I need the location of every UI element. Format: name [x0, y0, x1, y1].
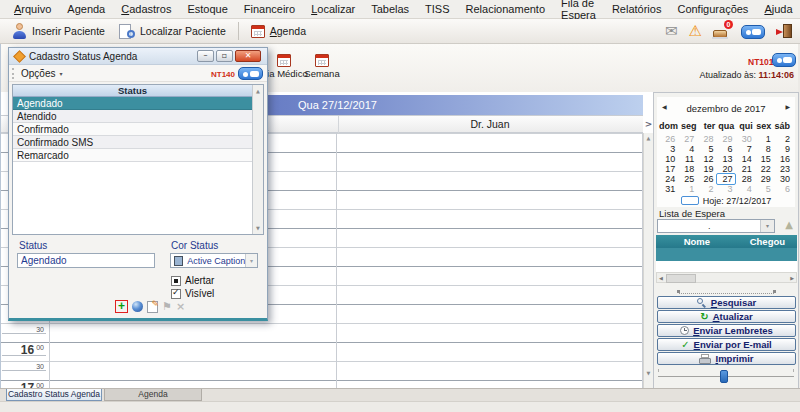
column-header-doctor[interactable]: Dr. Juan [337, 116, 643, 133]
calendar-day[interactable]: 16 [774, 154, 793, 164]
scroll-left-icon[interactable]: ◀ [659, 275, 663, 281]
calendar-day[interactable]: 13 [716, 154, 735, 164]
status-row-confirmado-sms[interactable]: Confirmado SMS [13, 136, 252, 149]
column-nome[interactable]: Nome [656, 235, 738, 248]
search-button[interactable]: Pesquisar [657, 296, 796, 309]
visible-checkbox[interactable]: ✓ [171, 289, 181, 299]
menu-cadastros[interactable]: Cadastros [113, 1, 179, 17]
calendar-day[interactable]: 7 [736, 144, 755, 154]
calendar-day[interactable]: 6 [716, 144, 735, 154]
scroll-down-icon[interactable]: ▼ [253, 225, 263, 231]
slider-thumb[interactable] [720, 370, 728, 383]
calendar-day[interactable]: 26 [659, 134, 678, 144]
maximize-button[interactable]: ▫ [216, 50, 233, 62]
menu-tiss[interactable]: TISS [417, 1, 457, 17]
scroll-up-icon[interactable]: ▲ [644, 135, 653, 141]
print-button[interactable]: Imprimir [657, 352, 796, 365]
calendar-day[interactable]: 30 [774, 174, 793, 184]
menu-relatorios[interactable]: Relatórios [604, 1, 670, 17]
edit-button[interactable]: ✎ [147, 301, 158, 313]
calendar-day[interactable]: 5 [697, 144, 716, 154]
calendar-day[interactable]: 8 [755, 144, 774, 154]
calendar-day[interactable]: 30 [736, 134, 755, 144]
calendar-day[interactable]: 26 [697, 174, 716, 184]
menu-agenda[interactable]: Agenda [59, 1, 113, 17]
calendar-day[interactable]: 4 [736, 184, 755, 194]
opcoes-menu[interactable]: Opções [21, 68, 55, 79]
delete-button-disabled[interactable]: × [176, 301, 185, 313]
minimize-button[interactable]: – [197, 50, 214, 62]
status-row-agendado[interactable]: Agendado [13, 97, 252, 110]
birthday-icon[interactable]: 0 [713, 24, 730, 39]
email-icon[interactable]: ✉ [665, 24, 678, 39]
insert-patient-button[interactable]: Inserir Paciente [5, 21, 112, 41]
add-button[interactable]: + [115, 300, 128, 313]
column-chegou[interactable]: Chegou [738, 235, 797, 248]
status-list-scrollbar[interactable]: ▲ ▼ [252, 85, 263, 234]
status-list-header[interactable]: Status [13, 85, 252, 97]
waitlist-combo[interactable]: . ▾ [657, 219, 775, 233]
calendar-day[interactable]: 24 [659, 174, 678, 184]
exit-icon[interactable] [776, 24, 792, 39]
chat-icon[interactable] [741, 25, 765, 39]
calendar-day[interactable]: 3 [716, 184, 735, 194]
calendar-day[interactable]: 2 [774, 134, 793, 144]
chat-icon[interactable] [772, 53, 796, 67]
chevron-down-icon[interactable]: ▾ [59, 70, 62, 77]
dialog-title-bar[interactable]: Cadastro Status Agenda – ▫ ✕ [9, 48, 267, 65]
agenda-button[interactable]: Agenda [244, 23, 313, 40]
calendar-day[interactable]: 2 [697, 184, 716, 194]
menu-relacionamento[interactable]: Relacionamento [458, 1, 554, 17]
menu-ajuda[interactable]: Ajuda [756, 1, 800, 17]
menu-configuracoes[interactable]: Configurações [669, 1, 756, 17]
scroll-right-icon[interactable]: ▶ [790, 275, 794, 281]
status-row-atendido[interactable]: Atendido [13, 110, 252, 123]
agenda-vertical-scrollbar[interactable]: ▲ ▼ [643, 133, 653, 388]
close-button[interactable]: ✕ [235, 50, 261, 62]
calendar-day[interactable]: 23 [774, 164, 793, 174]
calendar-day[interactable]: 14 [736, 154, 755, 164]
refresh-button[interactable]: ↻ Atualizar [657, 310, 796, 323]
calendar-day[interactable]: 3 [659, 144, 678, 154]
agenda-nav-semana[interactable]: Semana [301, 54, 343, 79]
chevron-down-icon[interactable]: ▾ [760, 220, 774, 232]
calendar-day[interactable]: 28 [697, 134, 716, 144]
calendar-day[interactable]: 6 [774, 184, 793, 194]
panel-splitter[interactable] [679, 289, 774, 294]
calendar-day[interactable]: 1 [678, 184, 697, 194]
color-status-combo[interactable]: Active Caption ▾ [170, 253, 258, 268]
palette-icon[interactable] [132, 301, 143, 312]
menu-localizar[interactable]: Localizar [303, 1, 363, 17]
menu-estoque[interactable]: Estoque [179, 1, 235, 17]
calendar-day[interactable]: 29 [755, 174, 774, 184]
waitlist-selected-row[interactable] [656, 248, 797, 261]
calendar-day[interactable]: 29 [716, 134, 735, 144]
calendar-day[interactable]: 19 [697, 164, 716, 174]
calendar-day[interactable]: 18 [678, 164, 697, 174]
toolbar-grip[interactable] [12, 68, 17, 79]
calendar-day[interactable]: 21 [736, 164, 755, 174]
warning-icon[interactable]: ⚠ [689, 24, 702, 39]
menu-financeiro[interactable]: Financeiro [236, 1, 303, 17]
calendar-today-row[interactable]: Hoje: 27/12/2017 [657, 196, 795, 206]
calendar-day[interactable]: 5 [755, 184, 774, 194]
save-button-disabled[interactable]: ⚑ [162, 301, 172, 313]
calendar-day[interactable]: 25 [678, 174, 697, 184]
calendar-day[interactable]: 1 [755, 134, 774, 144]
find-patient-button[interactable]: Localizar Paciente [112, 21, 233, 41]
next-column-button[interactable]: > [644, 117, 653, 131]
menu-tabelas[interactable]: Tabelas [363, 1, 417, 17]
calendar-day[interactable]: 12 [697, 154, 716, 164]
scrollbar-thumb[interactable] [666, 274, 696, 283]
calendar-day[interactable]: 4 [678, 144, 697, 154]
tab-agenda[interactable]: Agenda [104, 389, 202, 401]
alert-checkbox[interactable] [171, 276, 181, 286]
status-row-remarcado[interactable]: Remarcado [13, 149, 252, 162]
calendar-day[interactable]: 15 [755, 154, 774, 164]
chat-icon[interactable] [238, 67, 263, 80]
calendar-day[interactable]: 9 [774, 144, 793, 154]
calendar-day[interactable]: 31 [659, 184, 678, 194]
menu-arquivo[interactable]: Arquivo [6, 1, 59, 17]
calendar-day[interactable]: 11 [678, 154, 697, 164]
send-reminders-button[interactable]: Enviar Lembretes [657, 324, 796, 337]
